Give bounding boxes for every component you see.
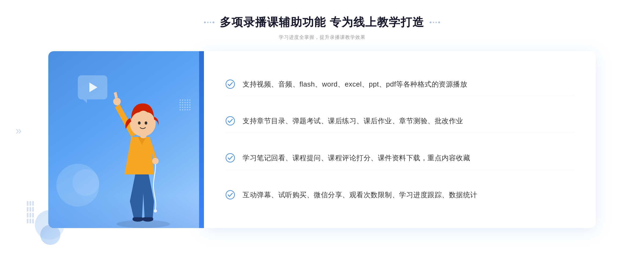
svg-point-11 [145,121,147,125]
svg-point-12 [226,80,235,88]
feature-text-1: 支持视频、音频、flash、word、excel、ppt、pdf等各种格式的资源… [243,79,467,90]
right-decorator-dots [430,21,440,23]
header-section: 多项录播课辅助功能 专为线上教学打造 学习进度全掌握，提升录播课教学效果 [0,0,644,40]
check-icon-3 [225,153,235,163]
main-title: 多项录播课辅助功能 专为线上教学打造 [220,15,424,30]
check-icon-4 [225,190,235,200]
decorator-dot [436,22,437,23]
decorator-dot [430,21,431,23]
decorator-dot [438,21,440,23]
feature-text-3: 学习笔记回看、课程提问、课程评论打分、课件资料下载，重点内容收藏 [243,152,470,164]
svg-point-0 [116,220,170,228]
feature-text-2: 支持章节目录、弹题考试、课后练习、课后作业、章节测验、批改作业 [243,115,463,127]
decorator-dot [210,22,211,23]
stripe-dot [189,102,191,103]
stripe-dot [189,109,191,110]
stripe-dot [189,107,191,108]
svg-rect-2 [133,217,143,221]
stripe-dot [187,107,188,108]
stripe-dot [189,104,191,106]
decorator-dot [213,21,214,23]
decorator-dot [433,22,434,23]
play-icon [89,83,97,92]
feature-text-4: 互动弹幕、试听购买、微信分享、观看次数限制、学习进度跟踪、数据统计 [243,189,477,201]
stripe-dot [187,109,188,110]
page-container: 多项录播课辅助功能 专为线上教学打造 学习进度全掌握，提升录播课教学效果 » [0,0,644,261]
header-decorators: 多项录播课辅助功能 专为线上教学打造 [0,15,644,30]
content-area: 支持视频、音频、flash、word、excel、ppt、pdf等各种格式的资源… [0,51,644,228]
stripe-dot [189,99,191,101]
left-decorator-dots [204,21,214,23]
stripe-dot [187,99,188,101]
feature-item-4: 互动弹幕、试听购买、微信分享、观看次数限制、学习进度跟踪、数据统计 [225,184,574,207]
person-illustration [100,73,186,228]
sub-title: 学习进度全掌握，提升录播课教学效果 [0,34,644,40]
features-panel: 支持视频、音频、flash、word、excel、ppt、pdf等各种格式的资源… [204,51,596,228]
svg-point-5 [113,98,121,105]
svg-point-7 [154,209,157,212]
svg-point-6 [152,158,159,164]
svg-point-13 [226,117,235,125]
stripe-dot [187,102,188,103]
illustration-panel [48,51,204,228]
check-icon-1 [225,79,235,89]
svg-point-15 [226,191,235,199]
illus-circle-small [72,169,99,196]
svg-point-14 [226,154,235,162]
feature-item-3: 学习笔记回看、课程提问、课程评论打分、课件资料下载，重点内容收藏 [225,147,574,170]
stripe-dot [187,104,188,106]
decorator-dot [204,21,206,23]
feature-item-1: 支持视频、音频、flash、word、excel、ppt、pdf等各种格式的资源… [225,73,574,96]
feature-item-2: 支持章节目录、弹题考试、课后练习、课后作业、章节测验、批改作业 [225,110,574,133]
check-icon-2 [225,116,235,126]
decorator-dot [207,22,208,23]
svg-rect-4 [142,217,153,221]
svg-point-10 [138,121,141,125]
